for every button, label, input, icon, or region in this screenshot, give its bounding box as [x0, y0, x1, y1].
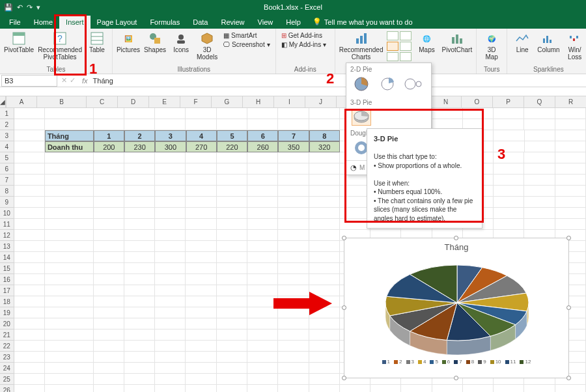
cell[interactable]: 6 — [247, 130, 278, 141]
cell[interactable] — [278, 341, 309, 352]
cell[interactable] — [124, 152, 155, 163]
cell[interactable] — [494, 186, 524, 197]
cell[interactable] — [124, 108, 155, 119]
cell[interactable] — [124, 197, 155, 208]
cell[interactable] — [124, 163, 155, 175]
cell[interactable] — [186, 119, 216, 130]
cell[interactable] — [494, 163, 524, 175]
cell[interactable] — [278, 152, 309, 163]
cell[interactable] — [494, 175, 524, 186]
cell[interactable] — [309, 152, 340, 163]
cell[interactable] — [247, 374, 278, 385]
cell[interactable] — [14, 163, 45, 175]
cell[interactable] — [186, 363, 216, 374]
col-header-H[interactable]: H — [243, 96, 274, 108]
cell[interactable] — [124, 241, 155, 252]
cell[interactable] — [524, 385, 555, 392]
cell[interactable] — [309, 208, 340, 219]
cell[interactable] — [555, 119, 586, 130]
cell[interactable] — [14, 141, 45, 152]
undo-icon[interactable]: ↶ — [17, 3, 23, 12]
cell[interactable] — [217, 108, 247, 119]
cell[interactable] — [94, 163, 124, 175]
cell[interactable] — [278, 263, 309, 274]
cell[interactable] — [278, 318, 309, 329]
cell[interactable] — [494, 385, 524, 392]
cell[interactable] — [14, 197, 45, 208]
cell[interactable] — [155, 186, 186, 197]
btn-icons[interactable]: Icons — [170, 31, 192, 53]
cell[interactable] — [247, 108, 278, 119]
cell[interactable] — [494, 119, 524, 130]
pie-exploded-icon[interactable] — [378, 76, 397, 92]
cell[interactable] — [217, 241, 247, 252]
cell[interactable] — [155, 230, 186, 241]
cell[interactable]: 200 — [94, 141, 124, 152]
row-header-9[interactable]: 9 — [0, 197, 14, 208]
cell[interactable] — [14, 208, 45, 219]
cell[interactable] — [186, 274, 216, 285]
cell[interactable] — [309, 329, 340, 341]
chart-surface-icon[interactable] — [400, 52, 412, 61]
cell[interactable] — [247, 341, 278, 352]
btn-smartart[interactable]: ▦SmartArt — [222, 31, 272, 40]
cell[interactable] — [309, 175, 340, 186]
cell[interactable] — [278, 363, 309, 374]
cell[interactable] — [45, 363, 94, 374]
cell[interactable] — [186, 263, 216, 274]
cell[interactable] — [524, 152, 555, 163]
cell[interactable] — [555, 108, 586, 119]
cell[interactable] — [309, 230, 340, 241]
cell[interactable] — [555, 141, 586, 152]
cell[interactable] — [309, 197, 340, 208]
cell[interactable] — [155, 385, 186, 392]
cell[interactable] — [155, 163, 186, 175]
btn-pivotchart[interactable]: PivotChart — [441, 31, 472, 53]
cell[interactable] — [524, 108, 555, 119]
cell[interactable] — [155, 175, 186, 186]
cell[interactable] — [217, 329, 247, 341]
cell[interactable] — [524, 197, 555, 208]
cell[interactable] — [247, 119, 278, 130]
btn-sparkline-winloss[interactable]: Win/ Loss — [564, 31, 586, 61]
btn-screenshot[interactable]: 🖵Screenshot ▾ — [222, 40, 272, 49]
col-header-A[interactable]: A — [6, 96, 37, 108]
embedded-pie-chart[interactable]: Tháng 1 2 3 4 5 6 7 8 9 10 11 12 — [344, 238, 569, 378]
tab-formulas[interactable]: Formulas — [143, 16, 186, 29]
cell[interactable] — [309, 252, 340, 263]
cell[interactable] — [217, 208, 247, 219]
cell[interactable] — [124, 363, 155, 374]
cell[interactable] — [155, 341, 186, 352]
cell[interactable] — [278, 219, 309, 230]
cell[interactable] — [124, 341, 155, 352]
cell[interactable] — [217, 274, 247, 285]
cell[interactable] — [155, 263, 186, 274]
tab-review[interactable]: Review — [214, 16, 251, 29]
btn-pictures[interactable]: 🖼️Pictures — [117, 31, 140, 53]
row-header-14[interactable]: 14 — [0, 252, 14, 263]
cell[interactable] — [155, 329, 186, 341]
cell[interactable] — [94, 208, 124, 219]
btn-shapes[interactable]: Shapes — [144, 31, 166, 53]
cell[interactable] — [217, 318, 247, 329]
cell[interactable] — [309, 108, 340, 119]
cell[interactable] — [309, 119, 340, 130]
cell[interactable] — [14, 374, 45, 385]
row-header-11[interactable]: 11 — [0, 219, 14, 230]
row-header-3[interactable]: 3 — [0, 130, 14, 141]
cell[interactable] — [14, 363, 45, 374]
name-box[interactable]: B3 — [1, 75, 57, 87]
cell[interactable] — [217, 374, 247, 385]
cell[interactable] — [14, 274, 45, 285]
cell[interactable] — [217, 163, 247, 175]
cell[interactable] — [247, 318, 278, 329]
cell[interactable] — [14, 385, 45, 392]
col-header-E[interactable]: E — [149, 96, 180, 108]
chart-area-icon[interactable] — [400, 42, 412, 51]
btn-table[interactable]: Table — [86, 31, 108, 53]
cell[interactable] — [217, 230, 247, 241]
cell[interactable]: 220 — [217, 141, 247, 152]
cell[interactable] — [247, 241, 278, 252]
cell[interactable] — [124, 219, 155, 230]
row-header-7[interactable]: 7 — [0, 175, 14, 186]
